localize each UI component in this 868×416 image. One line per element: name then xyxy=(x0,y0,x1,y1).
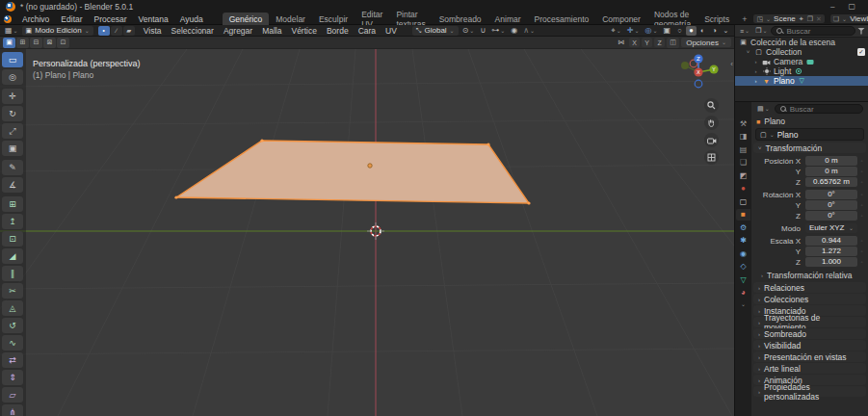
outliner-display-mode[interactable]: ❐⌄ xyxy=(753,27,769,35)
pan-hand-button[interactable] xyxy=(704,116,719,130)
object-visibility-dropdown[interactable]: ⌖ ⌄ xyxy=(609,26,623,36)
tab-material[interactable]: ◕ xyxy=(736,287,750,299)
expand-caret-icon[interactable]: › xyxy=(752,78,759,84)
scale-y-input[interactable]: 1.272 xyxy=(805,247,857,256)
select-subtract-button[interactable]: ⊟ xyxy=(30,38,42,48)
edge-select-button[interactable]: ∕ xyxy=(111,26,122,36)
workspace-tab-componer[interactable]: Componer xyxy=(595,13,647,25)
menu-borde[interactable]: Borde xyxy=(323,26,353,36)
plano-row[interactable]: › ▼ Plano ▽ xyxy=(735,76,868,86)
mirror-x-button[interactable]: X xyxy=(629,38,640,47)
outliner-editor-button[interactable]: ≡⌄ xyxy=(738,28,751,35)
tab-data[interactable]: ▽ xyxy=(736,273,750,285)
outliner-search-input[interactable]: Buscar xyxy=(771,26,855,36)
add-workspace-button[interactable]: + xyxy=(736,13,752,25)
transform-panel-header[interactable]: ˅ Transformación xyxy=(753,143,866,153)
tab-collection[interactable]: ▢ xyxy=(736,195,750,207)
position-z-input[interactable]: 0.65762 m xyxy=(805,177,857,187)
properties-search-input[interactable]: Buscar xyxy=(775,104,863,114)
relative-transform-panel[interactable]: › Transformación relativa xyxy=(761,270,866,280)
tool-inset-faces[interactable]: ⊡ xyxy=(2,231,23,247)
scale-x-input[interactable]: 0.944 xyxy=(805,236,857,246)
select-invert-button[interactable]: ⊠ xyxy=(43,38,56,48)
workspace-tab-esculpir[interactable]: Esculpir xyxy=(312,13,355,25)
tool-spin[interactable]: ↺ xyxy=(2,318,23,333)
tab-object[interactable]: ■ xyxy=(736,209,750,221)
proportional-edit-toggle[interactable]: ◉ xyxy=(509,26,519,35)
scene-collection-row[interactable]: ▣ Colección de la escena xyxy=(735,38,868,47)
expand-caret-icon[interactable]: › xyxy=(752,68,759,74)
viewport-canvas[interactable]: ▣ ⊞ ⊟ ⊠ ⊡ ⋈ X Y Z ◫ Opciones xyxy=(0,37,734,416)
panel-colecciones[interactable]: › Colecciones xyxy=(753,294,866,304)
rotation-y-input[interactable]: 0° xyxy=(805,200,857,210)
viewlayer-selector[interactable]: ❏ ⌄ ViewLayer xyxy=(829,13,868,24)
snap-toggle[interactable]: ∪ xyxy=(478,26,487,35)
tab-output[interactable]: ▤ xyxy=(736,143,750,155)
perspective-toggle-button[interactable] xyxy=(704,150,719,165)
collection-checkbox[interactable]: ✓ xyxy=(857,48,865,56)
tool-edge-slide[interactable]: ⇄ xyxy=(2,352,23,368)
new-scene-icon[interactable]: ❐ xyxy=(807,15,813,23)
delete-scene-icon[interactable]: ✕ xyxy=(816,15,822,23)
object-name-field[interactable]: ▢ ⌄ Plano xyxy=(755,128,864,141)
animate-decorator-icon[interactable]: ◦ xyxy=(857,202,866,208)
position-y-input[interactable]: 0 m xyxy=(805,167,857,176)
workspace-tab-sombreado[interactable]: Sombreado xyxy=(433,13,488,25)
tool-rotate[interactable]: ↻ xyxy=(2,106,23,121)
menu-editar[interactable]: Editar xyxy=(55,13,88,25)
xray-toggle[interactable]: ▣ xyxy=(661,26,672,35)
tool-select-box[interactable]: ▭ xyxy=(2,52,23,67)
light-row[interactable]: › Light xyxy=(735,66,868,76)
tool-shear[interactable]: ▱ xyxy=(2,387,23,403)
workspace-tab-procesamiento[interactable]: Procesamiento xyxy=(528,13,596,25)
select-extend-button[interactable]: ⊞ xyxy=(16,38,29,48)
workspace-tab-editar-uv[interactable]: Editar UV xyxy=(355,13,389,25)
tool-scale[interactable]: ⤢ xyxy=(2,123,23,139)
snap-dropdown[interactable]: ⊶ ⌄ xyxy=(489,26,507,35)
camera-row[interactable]: › Camera xyxy=(735,57,868,66)
panel-arte-lineal[interactable]: › Arte lineal xyxy=(753,363,866,374)
position-x-input[interactable]: 0 m xyxy=(805,156,857,166)
material-shading-button[interactable]: ◐ xyxy=(697,26,708,36)
snap-to-button[interactable]: ◫ xyxy=(667,38,679,48)
tool-smooth[interactable]: ∿ xyxy=(2,335,23,351)
filter-icon[interactable] xyxy=(857,28,865,35)
maximize-button[interactable]: ▢ xyxy=(841,2,862,11)
workspace-tab-generico[interactable]: Genérico xyxy=(223,13,270,25)
chevron-down-icon[interactable]: ⌄ xyxy=(721,26,731,36)
workspace-tab-nodos-geometria[interactable]: Nodos de geometría xyxy=(647,13,697,25)
menu-procesar[interactable]: Procesar xyxy=(89,13,133,25)
menu-ayuda[interactable]: Ayuda xyxy=(174,13,209,25)
menu-cara[interactable]: Cara xyxy=(355,26,380,36)
tab-world[interactable]: ● xyxy=(736,183,750,195)
scene-selector[interactable]: ◳ ⌄ Scene ✦ ❐ ✕ xyxy=(752,13,825,24)
menu-malla[interactable]: Malla xyxy=(258,26,285,36)
vertex-select-button[interactable]: • xyxy=(98,26,110,36)
mode-dropdown[interactable]: ▣ Modo Edición ⌄ xyxy=(22,26,93,36)
tool-annotate[interactable]: ✎ xyxy=(2,160,23,175)
zoom-button[interactable] xyxy=(704,98,719,113)
app-menu-icon[interactable] xyxy=(4,15,12,23)
rotation-mode-dropdown[interactable]: Euler XYZ ⌄ xyxy=(805,223,857,233)
animate-decorator-icon[interactable]: ◦ xyxy=(857,179,866,185)
expand-caret-icon[interactable]: ˅ xyxy=(745,49,751,55)
pivot-dropdown[interactable]: ⊙ ⌄ xyxy=(460,26,477,35)
camera-view-button[interactable] xyxy=(704,133,719,147)
panel-propiedades-personalizadas[interactable]: › Propiedades personalizadas xyxy=(753,386,866,397)
tab-render[interactable]: ◨ xyxy=(736,131,750,143)
scale-z-input[interactable]: 1.000 xyxy=(805,257,857,267)
pin-icon[interactable]: ✦ xyxy=(799,15,804,23)
workspace-tab-modelar[interactable]: Modelar xyxy=(269,13,312,25)
workspace-tab-pintar-texturas[interactable]: Pintar texturas xyxy=(389,13,432,25)
face-select-button[interactable]: ▰ xyxy=(123,26,135,36)
expand-caret-icon[interactable]: › xyxy=(752,59,759,65)
tabs-overflow-icon[interactable]: ⌄ xyxy=(741,301,746,307)
panel-trayectorias[interactable]: › Trayectorias de movimiento xyxy=(753,317,866,327)
tool-loop-cut[interactable]: ∥ xyxy=(2,266,23,281)
editor-type-button[interactable]: ▦ ⌄ xyxy=(3,26,20,35)
panel-visibilidad[interactable]: › Visibilidad xyxy=(753,340,866,351)
animate-decorator-icon[interactable]: ◦ xyxy=(857,259,866,265)
tool-extrude-region[interactable]: ↥ xyxy=(2,214,23,229)
tool-add-cube[interactable]: ⊞ xyxy=(2,196,23,212)
menu-vista[interactable]: Vista xyxy=(140,26,166,36)
